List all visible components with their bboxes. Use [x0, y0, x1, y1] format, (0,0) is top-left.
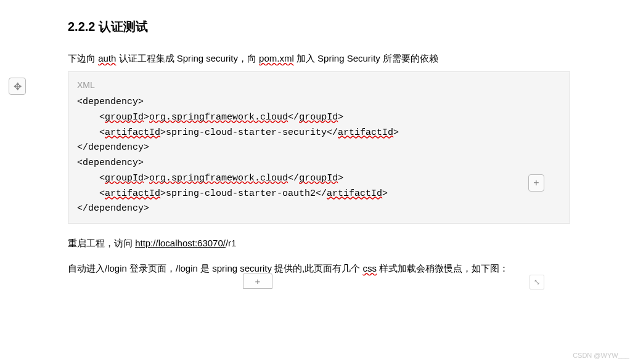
text: 认证工程集成 Spring security，向 — [116, 53, 259, 63]
inline-add-tab[interactable]: + — [243, 273, 272, 289]
section-heading: 2.2.2 认证测试 — [68, 18, 570, 35]
code-line: </dependency> — [77, 201, 561, 217]
url-text: http://localhost:63070/ — [135, 238, 226, 248]
code-line: <artifactId>spring-cloud-starter-securit… — [77, 126, 561, 141]
text: 下边向 — [68, 53, 98, 63]
text: 自动进入/login 登录页面，/login 是 spring security… — [68, 263, 362, 273]
move-handle-icon[interactable]: ✥ — [9, 78, 26, 95]
text: 重启工程，访问 — [68, 238, 135, 248]
code-line: </dependency> — [77, 140, 561, 156]
plus-icon: + — [533, 177, 539, 188]
text: 加入 Spring Security 所需要的依赖 — [294, 53, 438, 63]
text-auth: auth — [98, 53, 116, 63]
code-line: <groupId>org.springframework.cloud</grou… — [77, 171, 561, 187]
text-pom: pom.xml — [259, 53, 294, 63]
expand-handle[interactable]: ⤡ — [530, 275, 544, 289]
watermark-text: CSDN @WYW___ — [573, 352, 629, 359]
add-row-button[interactable]: + — [528, 174, 544, 192]
plus-icon: + — [255, 276, 261, 286]
code-language-label: XML — [77, 78, 561, 92]
code-line: <dependency> — [77, 156, 561, 171]
document-content: 2.2.2 认证测试 下边向 auth 认证工程集成 Spring securi… — [0, 0, 638, 277]
code-block: XML <dependency> <groupId>org.springfram… — [68, 71, 570, 224]
move-icon: ✥ — [14, 81, 22, 92]
text-css: css — [362, 263, 377, 273]
code-line: <groupId>org.springframework.cloud</grou… — [77, 110, 561, 126]
text: 样式加载会稍微慢点，如下图： — [377, 263, 509, 273]
intro-paragraph: 下边向 auth 认证工程集成 Spring security，向 pom.xm… — [68, 50, 570, 67]
code-line: <dependency> — [77, 95, 561, 110]
login-paragraph: 自动进入/login 登录页面，/login 是 spring security… — [68, 260, 570, 277]
code-line: <artifactId>spring-cloud-starter-oauth2<… — [77, 187, 561, 202]
text: /r1 — [226, 238, 237, 248]
restart-paragraph: 重启工程，访问 http://localhost:63070//r1 — [68, 235, 570, 251]
expand-icon: ⤡ — [534, 278, 540, 286]
